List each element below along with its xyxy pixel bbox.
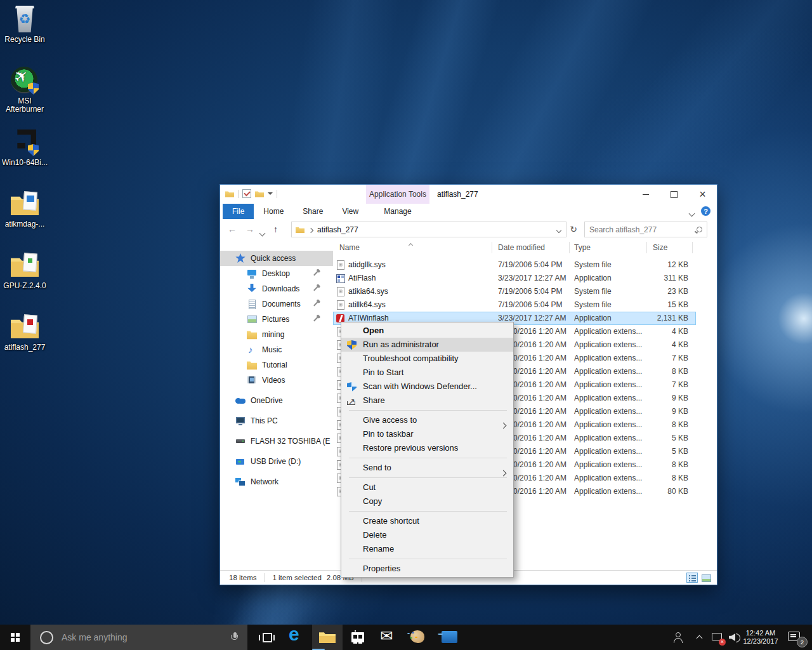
context-menu-item[interactable]: Restore previous versions — [341, 441, 513, 455]
context-menu-item[interactable]: Open — [341, 324, 513, 338]
column-header-name[interactable]: Name — [339, 239, 360, 256]
network-disconnected-icon[interactable] — [709, 625, 726, 650]
context-menu-item[interactable]: Send to — [341, 461, 513, 475]
sidebar-item[interactable]: Tutorial — [220, 357, 333, 373]
help-button[interactable] — [701, 206, 710, 216]
details-view-button[interactable] — [686, 573, 698, 583]
sidebar-item[interactable]: USB Drive (D:) — [220, 454, 333, 469]
sidebar-item[interactable]: mining — [220, 327, 333, 342]
sidebar-item[interactable]: Videos — [220, 373, 333, 388]
sidebar-item[interactable]: This PC — [220, 413, 333, 428]
search-icon[interactable] — [697, 227, 702, 232]
context-menu-item[interactable]: Copy — [341, 494, 513, 508]
file-type: Application extens... — [574, 325, 646, 338]
column-divider[interactable] — [492, 242, 492, 253]
sidebar-item[interactable]: FLASH 32 TOSHIBA (E — [220, 434, 333, 449]
sidebar-item[interactable]: OneDrive — [220, 393, 333, 408]
taskbar-store-icon[interactable] — [343, 625, 373, 650]
ribbon-tab[interactable]: Share — [293, 204, 332, 219]
context-menu-item[interactable]: Scan with Windows Defender... — [341, 380, 513, 394]
sidebar-item[interactable]: Documents — [220, 296, 333, 312]
action-center-button[interactable]: 2 — [783, 625, 809, 650]
breadcrumb-chevron-icon[interactable] — [309, 225, 313, 234]
cortana-search-box[interactable]: Ask me anything — [30, 625, 247, 650]
context-menu-item[interactable]: Delete — [341, 528, 513, 542]
recent-locations-dropdown[interactable] — [260, 227, 265, 237]
column-divider[interactable] — [569, 242, 570, 253]
desktop-icon[interactable]: Win10-64Bi... — [1, 127, 48, 188]
sidebar-item[interactable]: Music — [220, 342, 333, 357]
qat-customize-dropdown-icon[interactable] — [268, 192, 273, 195]
column-header-size[interactable]: Size — [653, 239, 667, 256]
taskbar-file-explorer-icon[interactable] — [312, 625, 343, 650]
taskbar-paint-icon[interactable] — [403, 625, 434, 650]
task-view-button[interactable] — [252, 625, 282, 650]
taskbar-gpu-z-icon[interactable] — [434, 625, 464, 650]
ribbon-tab[interactable]: Manage — [366, 204, 429, 219]
taskbar-edge-icon[interactable] — [282, 625, 312, 650]
file-row[interactable]: AtiFlash 3/23/2017 12:27 AM Application … — [333, 272, 696, 285]
microphone-icon[interactable] — [231, 632, 239, 642]
context-menu-item[interactable]: Cut — [341, 481, 513, 494]
qat-folder-icon[interactable] — [225, 190, 234, 197]
ribbon-tab[interactable]: Home — [254, 204, 293, 219]
context-menu-item[interactable]: Pin to taskbar — [341, 427, 513, 441]
context-menu-item[interactable] — [349, 511, 507, 512]
qat-properties-icon[interactable] — [242, 189, 251, 198]
ribbon-tab[interactable]: View — [332, 204, 368, 219]
sidebar-item[interactable]: Quick access — [220, 251, 333, 266]
file-row[interactable]: atikia64.sys 7/19/2006 5:04 PM System fi… — [333, 285, 696, 298]
minimize-ribbon-button[interactable] — [690, 209, 694, 218]
context-menu-item[interactable] — [349, 458, 507, 458]
breadcrumb[interactable]: atiflash_277 — [317, 225, 358, 234]
desktop-icon[interactable]: MSI Afterburner — [1, 65, 48, 126]
minimize-button[interactable] — [631, 185, 660, 204]
context-menu-item[interactable] — [349, 410, 507, 411]
people-icon[interactable] — [668, 625, 690, 650]
qat-new-folder-icon[interactable] — [255, 190, 264, 197]
column-divider[interactable] — [646, 242, 647, 253]
file-row[interactable]: atidgllk.sys 7/19/2006 5:04 PM System fi… — [333, 258, 696, 272]
sidebar-item[interactable]: Desktop — [220, 266, 333, 281]
sidebar-item[interactable]: Downloads — [220, 281, 333, 296]
context-menu-item[interactable]: Rename — [341, 542, 513, 556]
column-divider[interactable] — [692, 242, 693, 253]
taskbar-mail-icon[interactable] — [373, 625, 403, 650]
desktop-icon[interactable]: GPU-Z.2.4.0 — [1, 250, 48, 311]
context-menu-item[interactable] — [349, 477, 507, 478]
clock[interactable]: 12:42 AM 12/23/2017 — [741, 629, 780, 646]
context-menu-item[interactable] — [349, 559, 507, 559]
start-button[interactable] — [0, 625, 30, 650]
context-menu-item[interactable]: Give access to — [341, 413, 513, 427]
refresh-button[interactable] — [566, 222, 580, 236]
context-menu-item[interactable]: Run as administrator — [341, 338, 513, 352]
column-header-type[interactable]: Type — [574, 239, 591, 256]
file-row[interactable]: atillk64.sys 7/19/2006 5:04 PM System fi… — [333, 298, 696, 312]
titlebar[interactable]: Application Tools atiflash_277 — [220, 185, 717, 204]
desktop-icon[interactable]: Recycle Bin — [1, 4, 48, 65]
forward-button[interactable] — [246, 224, 254, 234]
context-menu-item[interactable]: Pin to Start — [341, 366, 513, 380]
address-dropdown[interactable] — [557, 225, 561, 234]
application-tools-tab[interactable]: Application Tools — [366, 185, 429, 204]
sidebar-item[interactable]: Pictures — [220, 312, 333, 327]
file-type: System file — [574, 298, 646, 312]
hidden-icons-chevron[interactable] — [691, 625, 708, 650]
back-button[interactable] — [228, 224, 237, 234]
close-button[interactable] — [688, 185, 717, 204]
column-header-date[interactable]: Date modified — [498, 239, 545, 256]
large-icons-view-button[interactable] — [700, 573, 712, 583]
context-menu-item[interactable]: Troubleshoot compatibility — [341, 352, 513, 366]
sidebar-item[interactable]: Network — [220, 474, 333, 489]
maximize-button[interactable] — [660, 185, 688, 204]
context-menu-item[interactable]: Share — [341, 394, 513, 408]
desktop-icon[interactable]: atikmdag-... — [1, 189, 48, 249]
context-menu-item[interactable]: Properties — [341, 562, 513, 576]
search-box[interactable]: Search atiflash_277 — [584, 222, 707, 237]
context-menu-item[interactable]: Create shortcut — [341, 514, 513, 528]
file-date-modified: 7/19/2006 5:04 PM — [498, 298, 573, 312]
ribbon-tab[interactable]: File — [223, 204, 254, 219]
address-bar[interactable]: atiflash_277 — [291, 222, 566, 237]
up-button[interactable] — [273, 224, 278, 234]
desktop-icon[interactable]: atiflash_277 — [1, 312, 48, 373]
